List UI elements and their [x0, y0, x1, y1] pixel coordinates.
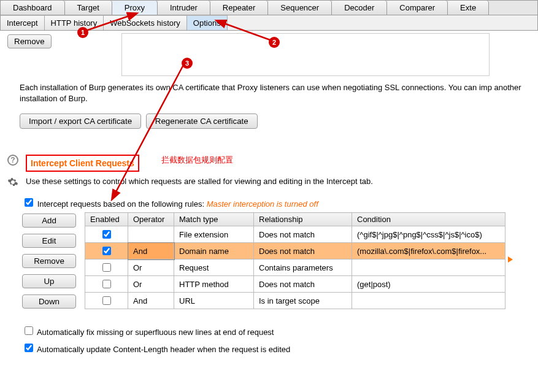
regenerate-ca-button[interactable]: Regenerate CA certificate: [146, 113, 258, 129]
intercept-rules-checkbox-label[interactable]: Intercept requests based on the followin…: [22, 199, 207, 209]
table-row[interactable]: OrRequestContains parameters: [85, 259, 505, 276]
rule-down-button[interactable]: Down: [22, 294, 76, 309]
intercept-rules-label-text: Intercept requests based on the followin…: [37, 199, 204, 209]
table-row[interactable]: OrHTTP methodDoes not match(get|post): [85, 276, 505, 293]
sub-tab-intercept[interactable]: Intercept: [1, 15, 45, 30]
annotation-badge-1: 1: [77, 27, 88, 38]
rule-enabled-checkbox[interactable]: [102, 230, 111, 239]
auto-fix-newlines-label[interactable]: Automatically fix missing or superfluous…: [22, 328, 274, 337]
table-row[interactable]: AndDomain nameDoes not match(mozilla\.co…: [85, 243, 505, 259]
rule-enabled-checkbox[interactable]: [102, 280, 111, 288]
rule-add-button[interactable]: Add: [22, 213, 76, 228]
rule-edit-button[interactable]: Edit: [22, 234, 76, 248]
col-relationship[interactable]: Relationship: [254, 213, 352, 226]
rule-enabled-checkbox[interactable]: [102, 263, 111, 272]
main-tab-bar: DashboardTargetProxyIntruderRepeaterSequ…: [0, 0, 538, 15]
remove-button[interactable]: Remove: [7, 34, 52, 48]
rule-up-button[interactable]: Up: [22, 274, 76, 288]
auto-content-length-checkbox[interactable]: [25, 344, 33, 352]
col-operator[interactable]: Operator: [128, 213, 174, 226]
main-tab-comparer[interactable]: Comparer: [387, 1, 448, 15]
col-matchtype[interactable]: Match type: [174, 213, 254, 226]
annotation-badge-2: 2: [269, 37, 280, 48]
intercept-client-requests-title: Intercept Client Requests: [26, 155, 139, 172]
main-tab-decoder[interactable]: Decoder: [332, 1, 387, 15]
intercept-rules-checkbox[interactable]: [25, 198, 33, 207]
main-tab-exte[interactable]: Exte: [448, 1, 489, 15]
listeners-box: [121, 33, 490, 76]
auto-content-length-label[interactable]: Automatically update Content-Length head…: [22, 345, 290, 354]
rule-enabled-checkbox[interactable]: [102, 247, 111, 255]
main-tab-intruder[interactable]: Intruder: [158, 1, 210, 15]
settings-description: Use these settings to control which requ…: [26, 177, 373, 186]
table-row[interactable]: File extensionDoes not match(^gif$|^jpg$…: [85, 226, 505, 243]
rule-remove-button[interactable]: Remove: [22, 254, 76, 268]
master-intercept-status: Master interception is turned off: [207, 199, 318, 209]
main-tab-dashboard[interactable]: Dashboard: [1, 1, 65, 15]
import-export-ca-button[interactable]: Import / export CA certificate: [20, 113, 141, 129]
main-tab-repeater[interactable]: Repeater: [210, 1, 268, 15]
rule-enabled-checkbox[interactable]: [102, 296, 111, 305]
col-enabled[interactable]: Enabled: [85, 213, 128, 226]
auto-fix-newlines-checkbox[interactable]: [25, 326, 33, 335]
overflow-indicator-icon: [508, 256, 513, 263]
rules-table[interactable]: Enabled Operator Match type Relationship…: [85, 212, 505, 309]
auto-fix-newlines-text: Automatically fix missing or superfluous…: [37, 328, 274, 337]
auto-content-length-text: Automatically update Content-Length head…: [37, 345, 290, 354]
sub-tab-http-history[interactable]: HTTP history: [45, 15, 104, 30]
help-icon[interactable]: ?: [7, 155, 18, 166]
gear-icon[interactable]: [7, 177, 18, 188]
table-row[interactable]: AndURLIs in target scope: [85, 293, 505, 309]
ca-description: Each installation of Burp generates its …: [20, 82, 531, 104]
col-condition[interactable]: Condition: [352, 213, 505, 226]
sub-tab-options[interactable]: Options: [187, 15, 228, 30]
main-tab-target[interactable]: Target: [65, 1, 112, 15]
annotation-badge-3: 3: [182, 58, 193, 69]
sub-tab-websockets-history[interactable]: WebSockets history: [104, 15, 187, 30]
main-tab-sequencer[interactable]: Sequencer: [268, 1, 332, 15]
main-tab-proxy[interactable]: Proxy: [112, 1, 158, 15]
annotation-chinese-note: 拦截数据包规则配置: [161, 155, 233, 166]
